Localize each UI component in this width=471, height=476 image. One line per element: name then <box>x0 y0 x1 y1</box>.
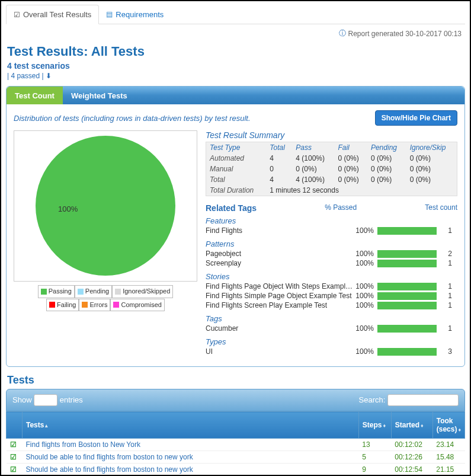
col-pass: Pass <box>292 142 334 154</box>
tag-name: Find Flights Screen Play Example Test <box>206 301 354 309</box>
tag-pct: 100% <box>354 292 377 300</box>
col-tests[interactable]: Tests▴ <box>23 412 359 439</box>
tag-row[interactable]: UI 100% 3 <box>206 347 457 356</box>
pie-chart-box: 100% <box>14 130 197 282</box>
test-took: 15.48 <box>432 451 464 464</box>
legend-passing: Passing <box>38 285 75 298</box>
tag-group-heading: Features <box>206 216 457 225</box>
test-steps: 5 <box>358 451 391 464</box>
test-row[interactable]: ☑ Should be able to find flights from bo… <box>7 451 465 464</box>
tag-name: Find Flights <box>206 226 354 235</box>
tag-name: Pageobject <box>206 250 354 258</box>
tag-count: 1 <box>437 282 452 290</box>
page-title: Test Results: All Tests <box>7 44 465 59</box>
tab-weighted-tests[interactable]: Weighted Tests <box>63 87 136 104</box>
tag-pct: 100% <box>354 259 377 267</box>
tests-heading: Tests <box>7 374 465 386</box>
table-controls: Show entries Search: <box>6 389 465 411</box>
entries-label: entries <box>60 395 83 404</box>
check-icon: ☑ <box>14 11 20 19</box>
tab-test-count[interactable]: Test Count <box>7 87 63 104</box>
tag-row[interactable]: Screenplay 100% 1 <box>206 259 457 267</box>
col-status[interactable] <box>7 412 23 439</box>
tag-row[interactable]: Find Flights 100% 1 <box>206 226 457 235</box>
tab-test-count-label: Test Count <box>15 91 55 100</box>
col-fail: Fail <box>334 142 367 154</box>
summary-row: Total44 (100%)0 (0%)0 (0%)0 (0%) <box>206 174 457 185</box>
sort-icon: ♦ <box>383 423 386 429</box>
tag-count: 3 <box>437 347 452 356</box>
tag-pct: 100% <box>354 301 377 309</box>
summary-row: Manual00 (0%)0 (0%)0 (0%)0 (0%) <box>206 164 457 174</box>
summary-table: Test Type Total Pass Fail Pending Ignore… <box>206 142 457 196</box>
test-started: 00:12:54 <box>391 464 432 476</box>
distribution-text: Distribution of tests (including rows in… <box>14 114 251 123</box>
tag-row[interactable]: Find Flights Simple Page Object Example … <box>206 292 457 300</box>
tag-row[interactable]: Cucumber 100% 1 <box>206 324 457 333</box>
svg-point-0 <box>36 136 175 276</box>
search-input[interactable] <box>387 394 459 406</box>
test-steps: 9 <box>358 464 391 476</box>
col-ignore: Ignore/Skip <box>406 142 457 154</box>
test-name[interactable]: Should be able to find flights from bost… <box>23 451 359 464</box>
legend-compromised: Compromised <box>110 299 164 312</box>
tag-name: Screenplay <box>206 259 354 267</box>
test-name[interactable]: Should be able to find flights from bost… <box>23 464 359 476</box>
test-started: 00:12:02 <box>391 439 432 451</box>
test-row[interactable]: ☑ Should be able to find flights from bo… <box>7 464 465 476</box>
sort-icon: ♦ <box>421 423 424 429</box>
tag-pct: 100% <box>354 324 377 333</box>
toggle-pie-button[interactable]: Show/Hide Pie Chart <box>375 110 457 126</box>
col-started[interactable]: Started♦ <box>391 412 432 439</box>
scenario-count: 4 test scenarios <box>7 61 465 71</box>
show-label: Show <box>12 395 32 404</box>
tag-group: Features Find Flights 100% 1 <box>206 216 457 235</box>
tag-bar <box>377 227 437 235</box>
entries-input[interactable] <box>34 394 57 406</box>
col-pending: Pending <box>367 142 406 154</box>
sort-icon: ▴ <box>45 423 48 429</box>
test-row[interactable]: ☑ Find flights from Boston to New York 1… <box>7 439 465 451</box>
tab-overall-results[interactable]: ☑ Overall Test Results <box>6 5 99 24</box>
tag-name: Find Flights Simple Page Object Example … <box>206 292 354 300</box>
duration-label: Total Duration <box>206 185 267 196</box>
summary-row: Automated44 (100%)0 (0%)0 (0%)0 (0%) <box>206 153 457 164</box>
legend-errors: Errors <box>79 299 110 312</box>
test-took: 21.15 <box>432 464 464 476</box>
tag-row[interactable]: Pageobject 100% 2 <box>206 250 457 258</box>
tag-row[interactable]: Find Flights Page Object With Steps Exam… <box>206 282 457 290</box>
check-icon: ☑ <box>10 465 17 474</box>
tag-group: Stories Find Flights Page Object With St… <box>206 272 457 309</box>
col-steps[interactable]: Steps♦ <box>358 412 391 439</box>
test-started: 00:12:26 <box>391 451 432 464</box>
tab-requirements[interactable]: ▤ Requirements <box>99 5 171 24</box>
test-took: 23.14 <box>432 439 464 451</box>
tag-row[interactable]: Find Flights Screen Play Example Test 10… <box>206 301 457 309</box>
tag-name: Find Flights Page Object With Steps Exam… <box>206 282 354 290</box>
tag-bar <box>377 325 437 333</box>
tag-bar <box>377 283 437 290</box>
download-icon[interactable]: ⬇ <box>46 72 52 80</box>
test-name[interactable]: Find flights from Boston to New York <box>23 439 359 451</box>
info-icon: ⓘ <box>339 28 346 39</box>
tag-count: 1 <box>437 226 452 235</box>
tag-count: 1 <box>437 292 452 300</box>
related-tags-heading: Related Tags <box>206 203 257 213</box>
pie-percent-label: 100% <box>58 205 78 213</box>
tag-group: Patterns Pageobject 100% 2 Screenplay 10… <box>206 239 457 267</box>
search-label: Search: <box>359 395 386 404</box>
report-generated-text: Report generated 30-10-2017 00:13 <box>348 30 462 38</box>
tag-bar <box>377 302 437 309</box>
tag-group: Tags Cucumber 100% 1 <box>206 314 457 333</box>
tag-count: 1 <box>437 301 452 309</box>
tag-count: 1 <box>437 324 452 333</box>
test-steps: 13 <box>358 439 391 451</box>
tag-group-heading: Stories <box>206 272 457 281</box>
tag-name: Cucumber <box>206 324 354 333</box>
check-icon: ☑ <box>10 453 17 461</box>
legend-failing: Failing <box>46 299 79 312</box>
col-took[interactable]: Took (secs)♦ <box>432 412 464 439</box>
col-pct-passed: % Passed <box>325 203 357 213</box>
results-panel: Test Count Weighted Tests Distribution o… <box>6 86 465 367</box>
tab-requirements-label: Requirements <box>116 10 164 19</box>
